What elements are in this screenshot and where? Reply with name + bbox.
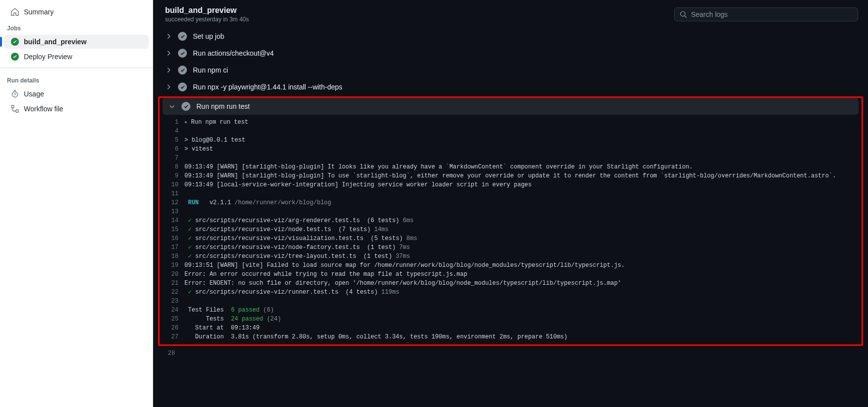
stopwatch-icon: [11, 90, 19, 98]
log-text: Test Files 6 passed (6): [184, 306, 862, 315]
log-line: 28: [156, 349, 865, 358]
log-line: 24 Test Files 6 passed (6): [160, 306, 862, 315]
sidebar-summary[interactable]: Summary: [4, 5, 149, 19]
workflow-icon: [11, 105, 19, 113]
search-logs[interactable]: [674, 7, 858, 21]
step-playwright-install[interactable]: Run npx -y playwright@1.44.1 install --w…: [159, 79, 862, 95]
check-circle-icon: [11, 53, 19, 61]
collapsible-run-command[interactable]: Run npm run test: [184, 118, 862, 127]
step-label: Run actions/checkout@v4: [193, 49, 274, 57]
log-line: 27 Duration 3.81s (transform 2.80s, setu…: [160, 332, 862, 341]
log-text: 09:13:49 [WARN] [starlight-blog-plugin] …: [184, 171, 862, 180]
step-label: Run npm ci: [193, 66, 228, 74]
line-number: 26: [160, 324, 184, 332]
log-line: 11: [160, 189, 862, 198]
check-circle-icon: [178, 66, 187, 75]
search-icon: [680, 10, 687, 18]
log-line: 1Run npm run test: [160, 118, 862, 127]
highlight-annotation: Run npm run test 1Run npm run test45> bl…: [158, 96, 863, 346]
line-number: 16: [160, 234, 184, 243]
line-number: 23: [160, 297, 184, 306]
log-text: Run npm run test: [184, 118, 862, 127]
log-text: RUN v2.1.1 /home/runner/work/blog/blog: [184, 198, 862, 207]
check-circle-icon: [178, 32, 187, 41]
line-number: 20: [160, 270, 184, 279]
chevron-right-icon: [165, 83, 172, 90]
line-number: 17: [160, 243, 184, 252]
divider: [0, 68, 153, 68]
sidebar-usage[interactable]: Usage: [4, 87, 149, 101]
line-number: 12: [160, 198, 184, 207]
log-text: 09:13:51 [WARN] [vite] Failed to load so…: [184, 261, 862, 270]
chevron-right-icon: [165, 50, 172, 57]
log-text: > blog@0.0.1 test: [184, 136, 862, 145]
log-line: 5> blog@0.0.1 test: [160, 136, 862, 145]
page-title: build_and_preview: [165, 6, 249, 15]
check-circle-icon: [178, 49, 187, 58]
log-text: Error: An error occurred while trying to…: [184, 270, 862, 279]
log-text: [184, 154, 862, 163]
log-text: ✓ src/scripts/recursive-viz/visualizatio…: [184, 234, 862, 243]
search-input[interactable]: [691, 10, 853, 18]
sidebar-run-details-heading: Run details: [0, 72, 153, 86]
check-circle-icon: [11, 38, 19, 46]
log-text: 09:13:49 [local-service-worker-integrati…: [184, 180, 862, 189]
log-output-tail[interactable]: 28: [156, 349, 865, 359]
log-text: ✓ src/scripts/recursive-viz/node-factory…: [184, 243, 862, 252]
svg-rect-2: [16, 110, 18, 112]
log-line: 6> vitest: [160, 145, 862, 154]
line-number: 19: [160, 261, 184, 270]
log-line: 7: [160, 154, 862, 163]
log-line: 1909:13:51 [WARN] [vite] Failed to load …: [160, 261, 862, 270]
sidebar-workflow-file-label: Workflow file: [24, 105, 63, 113]
main-header: build_and_preview succeeded yesterday in…: [153, 0, 868, 28]
sidebar-workflow-file[interactable]: Workflow file: [4, 102, 149, 116]
sidebar-job-deploy-preview[interactable]: Deploy Preview: [4, 50, 149, 64]
log-text: [181, 349, 865, 358]
line-number: 11: [160, 189, 184, 198]
sidebar-job-label: build_and_preview: [24, 38, 87, 46]
step-checkout[interactable]: Run actions/checkout@v4: [159, 45, 862, 62]
chevron-right-icon: [165, 67, 172, 74]
sidebar-jobs-heading: Jobs: [0, 20, 153, 34]
log-line: 26 Start at 09:13:49: [160, 324, 862, 332]
line-number: 25: [160, 315, 184, 324]
log-text: > vitest: [184, 145, 862, 154]
step-set-up-job[interactable]: Set up job: [159, 28, 862, 45]
page-subtitle: succeeded yesterday in 3m 40s: [165, 16, 249, 23]
step-npm-test[interactable]: Run npm run test: [163, 98, 859, 115]
line-number: 22: [160, 288, 184, 297]
line-number: 8: [160, 163, 184, 171]
line-number: 4: [160, 127, 184, 136]
sidebar-job-label: Deploy Preview: [24, 53, 72, 61]
line-number: 5: [160, 136, 184, 145]
line-number: 14: [160, 216, 184, 225]
svg-point-3: [681, 11, 685, 16]
check-circle-icon: [181, 102, 190, 111]
line-number: 9: [160, 171, 184, 180]
line-number: 6: [160, 145, 184, 154]
svg-rect-1: [11, 105, 14, 108]
title-block: build_and_preview succeeded yesterday in…: [165, 6, 249, 23]
log-output[interactable]: 1Run npm run test45> blog@0.0.1 test6> v…: [160, 115, 862, 342]
line-number: 7: [160, 154, 184, 163]
log-line: 909:13:49 [WARN] [starlight-blog-plugin]…: [160, 171, 862, 180]
step-label: Run npx -y playwright@1.44.1 install --w…: [193, 83, 343, 91]
main: build_and_preview succeeded yesterday in…: [153, 0, 868, 407]
sidebar-job-build-and-preview[interactable]: build_and_preview: [4, 35, 149, 49]
log-line: 17 ✓ src/scripts/recursive-viz/node-fact…: [160, 243, 862, 252]
sidebar-usage-label: Usage: [24, 90, 44, 98]
log-text: [184, 127, 862, 136]
log-line: 15 ✓ src/scripts/recursive-viz/node.test…: [160, 225, 862, 234]
line-number: 13: [160, 207, 184, 216]
steps-list: Set up job Run actions/checkout@v4 Run n…: [153, 28, 868, 407]
line-number: 27: [160, 332, 184, 341]
step-npm-ci[interactable]: Run npm ci: [159, 62, 862, 79]
log-text: [184, 207, 862, 216]
log-text: [184, 297, 862, 306]
check-circle-icon: [178, 82, 187, 91]
chevron-down-icon: [169, 103, 175, 110]
log-line: 809:13:49 [WARN] [starlight-blog-plugin]…: [160, 163, 862, 171]
home-icon: [11, 8, 19, 16]
log-line: 4: [160, 127, 862, 136]
